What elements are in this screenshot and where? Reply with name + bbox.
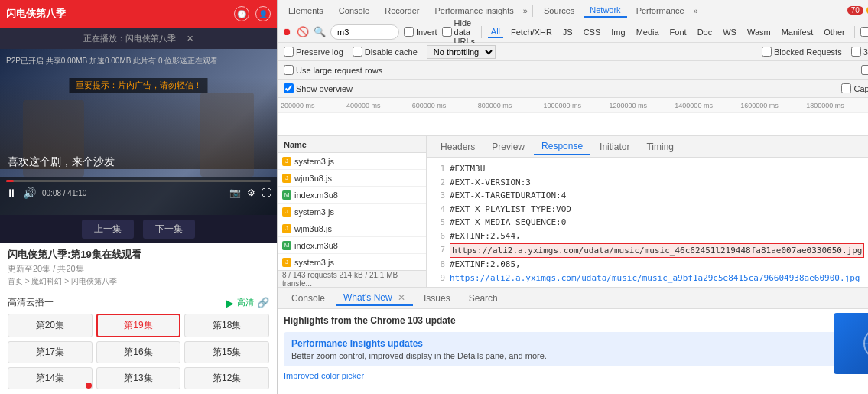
ep-btn-16[interactable]: 第16集 xyxy=(96,341,181,363)
filter-all[interactable]: All xyxy=(488,26,503,38)
clock-icon[interactable]: 🕐 xyxy=(234,6,249,21)
progress-bar[interactable] xyxy=(6,180,271,182)
filter-font[interactable]: Font xyxy=(667,27,690,37)
next-episode-btn[interactable]: 下一集 xyxy=(143,220,195,239)
disable-cache-checkbox[interactable]: Disable cache xyxy=(353,47,418,57)
volume-btn[interactable]: 🔊 xyxy=(23,187,36,199)
progress-fill xyxy=(6,180,14,182)
tab-preview[interactable]: Preview xyxy=(484,139,532,155)
dt-more2-icon[interactable]: » xyxy=(694,6,698,15)
filter-fetchxhr[interactable]: Fetch/XHR xyxy=(508,27,555,37)
req-item-4[interactable]: J wjm3u8.js xyxy=(278,220,426,237)
chrome-logo-svg xyxy=(857,321,868,366)
throttling-select[interactable]: No throttling Fast 3G Slow 3G xyxy=(427,45,496,59)
ep-btn-19[interactable]: 第19集 xyxy=(96,314,181,337)
ruler-800k: 800000 ms xyxy=(478,102,544,109)
tab-headers[interactable]: Headers xyxy=(433,139,483,155)
preserve-log-checkbox[interactable]: Preserve log xyxy=(284,47,343,57)
third-party-checkbox[interactable]: 3rd-party requests xyxy=(851,47,868,57)
filter-icon[interactable]: 🔍 xyxy=(314,26,326,37)
ruler-1400k: 1400000 ms xyxy=(675,102,740,109)
play-pause-btn[interactable]: ⏸ xyxy=(6,187,17,199)
dt-more-icon[interactable]: » xyxy=(523,6,528,15)
ep-btn-15[interactable]: 第15集 xyxy=(184,341,269,363)
ep-btn-18[interactable]: 第18集 xyxy=(184,314,269,337)
dt-tab-network[interactable]: Network xyxy=(584,4,626,18)
screenshot-btn[interactable]: 📷 xyxy=(229,187,241,198)
filter-js[interactable]: JS xyxy=(560,27,576,37)
main-content: Name J system3.js J wjm3u8.js M index.m3… xyxy=(278,136,868,287)
search-input[interactable] xyxy=(330,24,399,40)
hide-data-urls-checkbox[interactable]: Hide data URLs xyxy=(442,18,476,46)
large-rows-checkbox[interactable]: Use large request rows xyxy=(284,65,382,75)
console-tabs: Console What's New ✕ Issues Search ✕ xyxy=(278,288,868,309)
filter-media[interactable]: Media xyxy=(633,27,662,37)
blocked-cookies-checkbox[interactable]: Has blocked cookies xyxy=(860,18,868,46)
dt-tab-performance[interactable]: Performance xyxy=(630,5,691,17)
timeline-ruler: 200000 ms 400000 ms 600000 ms 800000 ms … xyxy=(278,98,868,113)
filter-ws[interactable]: WS xyxy=(720,27,740,37)
clear-btn[interactable]: 🚫 xyxy=(297,26,309,37)
req-item-3[interactable]: J system3.js xyxy=(278,204,426,220)
dt-tab-perf-insights[interactable]: Performance insights xyxy=(428,5,519,17)
whats-new-header: Highlights from the Chrome 103 update xyxy=(284,315,868,326)
ep-btn-20[interactable]: 第20集 xyxy=(8,314,93,337)
blocked-requests-checkbox[interactable]: Blocked Requests xyxy=(762,47,842,57)
tab-issues[interactable]: Issues xyxy=(416,291,458,305)
quality-badge: ▶ 高清 🔗 xyxy=(226,297,269,309)
tab-whatsnew[interactable]: What's New ✕ xyxy=(336,291,413,306)
record-btn[interactable]: ⏺ xyxy=(282,26,292,37)
prev-episode-btn[interactable]: 上一集 xyxy=(82,220,134,239)
filter-doc[interactable]: Doc xyxy=(694,27,716,37)
close-now-playing[interactable]: ✕ xyxy=(187,34,193,44)
dt-tab-recorder[interactable]: Recorder xyxy=(379,5,425,17)
resp-line-3: 3 #EXT-X-TARGETDURATION:4 xyxy=(431,189,868,203)
ruler-200k: 200000 ms xyxy=(281,102,346,109)
user-icon[interactable]: 👤 xyxy=(255,6,271,21)
tab-timing[interactable]: Timing xyxy=(639,139,681,155)
ep-btn-14[interactable]: 第14集 xyxy=(8,367,93,389)
show-info: 闪电侠第八季:第19集在线观看 更新至20集 / 共20集 首页 > 魔幻科幻 … xyxy=(0,243,277,291)
tab-search[interactable]: Search xyxy=(461,291,506,305)
req-item-1[interactable]: J wjm3u8.js xyxy=(278,170,426,187)
ep-btn-17[interactable]: 第17集 xyxy=(8,341,93,363)
filter-other[interactable]: Other xyxy=(821,27,848,37)
dt-tab-console[interactable]: Console xyxy=(333,5,375,17)
dt-tab-sources[interactable]: Sources xyxy=(538,5,580,17)
perf-insights-title[interactable]: Performance Insights updates xyxy=(291,338,868,349)
resp-line-6: 6 #EXTINF:2.544, xyxy=(431,230,868,243)
req-item-2[interactable]: M index.m3u8 xyxy=(278,187,426,204)
error-badge: 70 xyxy=(847,6,863,15)
whatsnew-close[interactable]: ✕ xyxy=(398,292,405,303)
capture-screenshots-checkbox[interactable]: Capture screenshots xyxy=(841,83,868,93)
dt-tab-elements[interactable]: Elements xyxy=(282,5,330,17)
ep-btn-13[interactable]: 第13集 xyxy=(96,367,181,389)
tab-console[interactable]: Console xyxy=(284,291,333,305)
video-player-panel: 闪电侠第八季 🕐 👤 正在播放：闪电侠第八季 ✕ P2P已开启 共享0.00MB… xyxy=(0,0,277,394)
settings-btn[interactable]: ⚙ xyxy=(247,187,255,198)
share-icon[interactable]: 🔗 xyxy=(257,297,269,308)
console-body: Highlights from the Chrome 103 update Pe… xyxy=(278,309,868,394)
invert-checkbox[interactable]: Invert xyxy=(404,27,437,37)
filter-img[interactable]: Img xyxy=(608,27,628,37)
filter-css[interactable]: CSS xyxy=(580,27,604,37)
tab-initiator[interactable]: Initiator xyxy=(592,139,637,155)
show-overview-checkbox[interactable]: Show overview xyxy=(284,83,353,93)
req-icon-js: J xyxy=(282,157,291,166)
color-picker-link[interactable]: Improved color picker xyxy=(284,371,868,380)
req-item-6[interactable]: J system3.js xyxy=(278,254,426,270)
group-by-frame-checkbox[interactable]: Group by frame xyxy=(861,65,868,75)
fullscreen-btn[interactable]: ⛶ xyxy=(262,187,271,198)
ep-btn-12[interactable]: 第12集 xyxy=(184,367,269,389)
req-name: wjm3u8.js xyxy=(294,224,421,233)
network-toolbar: ⏺ 🚫 🔍 Invert Hide data URLs All Fetch/XH… xyxy=(278,21,868,43)
req-item-5[interactable]: M index.m3u8 xyxy=(278,237,426,254)
devtools-panel: Elements Console Recorder Performance in… xyxy=(277,0,868,394)
req-item-0[interactable]: J system3.js xyxy=(278,153,426,170)
filter-manifest[interactable]: Manifest xyxy=(779,27,817,37)
tab-response[interactable]: Response xyxy=(534,138,590,155)
bottom-console: Console What's New ✕ Issues Search ✕ Hig… xyxy=(278,287,868,394)
filter-wasm[interactable]: Wasm xyxy=(744,27,774,37)
filter-row: Preserve log Disable cache No throttling… xyxy=(278,43,868,61)
ad-banner: 重要提示：片内广告，请勿轻信！ xyxy=(70,78,208,93)
